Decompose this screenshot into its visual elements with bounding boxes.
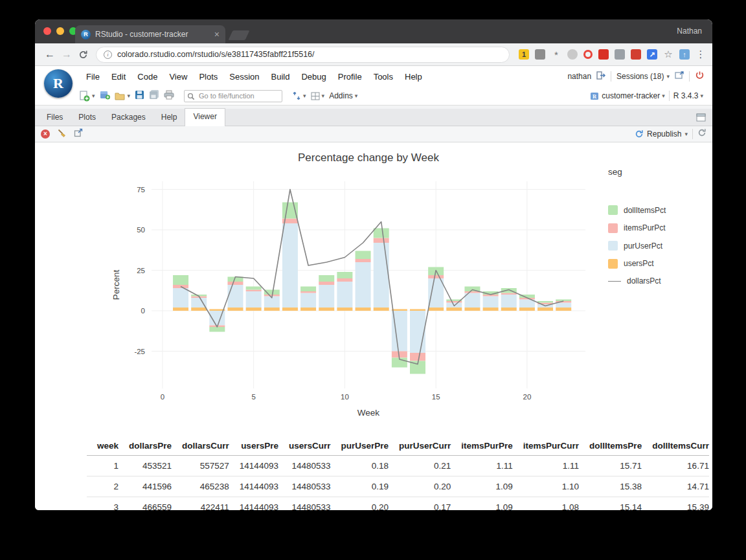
pane-tab-packages[interactable]: Packages	[104, 109, 153, 126]
address-bar[interactable]: i colorado.rstudio.com/rstudio/s/e381174…	[96, 47, 510, 63]
bar-segment-purUserPct	[356, 262, 371, 308]
x-tick-label: 0	[161, 393, 164, 401]
pane-tab-viewer[interactable]: Viewer	[185, 108, 225, 126]
data-table: weekdollarsPredollarsCurrusersPreusersCu…	[87, 436, 709, 510]
back-icon[interactable]: ←	[41, 49, 58, 60]
r-version-menu[interactable]: R 3.4.3 ▾	[673, 91, 703, 100]
minimize-window-button[interactable]	[56, 27, 64, 35]
viewer-toolbar: × Republish ▾	[35, 126, 712, 142]
menu-debug[interactable]: Debug	[295, 72, 332, 82]
addins-label: Addins	[329, 91, 353, 100]
new-tab-button[interactable]	[229, 30, 250, 40]
browser-profile-name[interactable]: Nathan	[677, 27, 702, 36]
menu-view[interactable]: View	[163, 72, 193, 82]
menu-code[interactable]: Code	[131, 72, 163, 82]
bar-segment-purUserPct	[337, 282, 352, 308]
sessions-menu[interactable]: Sessions (18) ▾	[616, 72, 670, 81]
url-text[interactable]: colorado.rstudio.com/rstudio/s/e38117435…	[117, 50, 315, 59]
tab-close-icon[interactable]: ×	[214, 30, 220, 39]
forward-icon[interactable]: →	[58, 49, 75, 60]
menu-profile[interactable]: Profile	[332, 72, 368, 82]
browser-menu-kebab-icon[interactable]: ⋮	[695, 49, 706, 60]
bar-segment-purUserPct	[556, 303, 571, 308]
panes-layout-button[interactable]: ▾	[311, 92, 325, 100]
close-window-button[interactable]	[43, 27, 51, 35]
project-label: customer-tracker	[602, 91, 660, 100]
chevron-down-icon: ▾	[355, 93, 358, 99]
chevron-down-icon: ▾	[684, 131, 688, 137]
table-cell: 0.21	[389, 456, 451, 476]
bookmark-star-icon[interactable]: ☆	[663, 49, 673, 60]
divider	[689, 71, 690, 82]
popout-viewer-icon[interactable]	[74, 128, 83, 140]
broom-clear-icon[interactable]	[57, 128, 67, 140]
chevron-down-icon: ▾	[303, 93, 306, 99]
legend-swatch-usersPct	[608, 259, 618, 269]
save-button[interactable]	[135, 90, 144, 102]
table-cell: 1.11	[513, 456, 579, 476]
maximize-pane-icon[interactable]	[696, 113, 706, 124]
ext-gray-box-icon[interactable]	[535, 49, 545, 60]
ext-gray-circle-icon[interactable]	[567, 49, 578, 60]
menu-build[interactable]: Build	[266, 72, 296, 82]
table-cell: 0.19	[330, 476, 389, 497]
pane-tab-help[interactable]: Help	[153, 109, 185, 126]
table-row: 346655942241114144093144805330.200.171.0…	[87, 497, 709, 511]
ext-red-tag-icon[interactable]	[631, 49, 641, 60]
page-info-icon[interactable]: i	[104, 50, 112, 59]
bar-segment-usersPct	[246, 308, 262, 311]
menubar-right: nathan Sessions (18) ▾	[567, 71, 712, 83]
bar-segment-usersPct	[173, 308, 188, 311]
x-tick-label: 5	[251, 393, 255, 401]
table-cell: 465238	[172, 476, 229, 497]
new-file-button[interactable]: ▾	[79, 91, 95, 102]
browser-tab[interactable]: R RStudio - customer-tracker ×	[75, 25, 225, 43]
addins-menu[interactable]: Addins ▾	[329, 91, 357, 100]
menu-help[interactable]: Help	[399, 72, 428, 82]
ext-blue-device-icon[interactable]: ↑	[679, 49, 690, 60]
bar-segment-dollItemsPct	[337, 272, 352, 278]
col-purUserCurr: purUserCurr	[389, 436, 451, 456]
legend-items: dollItemsPctitemsPurPctpurUserPctusersPc…	[608, 205, 666, 286]
table-cell: 0.17	[389, 497, 451, 511]
menu-session[interactable]: Session	[223, 72, 265, 82]
quit-session-power-icon[interactable]	[695, 71, 705, 83]
print-button[interactable]	[164, 90, 174, 102]
menu-file[interactable]: File	[80, 72, 106, 82]
ext-blue-arrow-icon[interactable]: ↗	[647, 49, 657, 60]
ext-asterisk-icon[interactable]: *	[551, 49, 561, 60]
goto-file-input[interactable]	[184, 90, 282, 102]
new-project-button[interactable]	[100, 89, 110, 102]
clear-viewer-icon[interactable]: ×	[41, 129, 50, 139]
republish-button[interactable]: Republish ▾	[635, 129, 688, 139]
bar-segment-dollItemsPct	[537, 301, 553, 303]
save-all-button[interactable]	[149, 89, 159, 102]
refresh-viewer-icon[interactable]	[697, 128, 706, 140]
toolbar-right: R customer-tracker ▾ R 3.4.3 ▾	[590, 91, 712, 101]
ext-gray-key-icon[interactable]	[615, 49, 625, 60]
reload-icon[interactable]	[75, 50, 92, 60]
table-row: 145352155752714144093144805330.180.211.1…	[87, 456, 709, 476]
open-file-button[interactable]: ▾	[115, 91, 131, 101]
go-to-directory-button[interactable]: ▾	[292, 91, 306, 100]
menu-edit[interactable]: Edit	[106, 72, 131, 82]
legend-item-purUserPct: purUserPct	[608, 241, 666, 251]
menu-tools[interactable]: Tools	[368, 72, 399, 82]
bar-segment-usersPct	[300, 308, 316, 311]
menu-plots[interactable]: Plots	[193, 72, 223, 82]
table-cell: 16.71	[642, 456, 709, 476]
sign-out-icon[interactable]	[596, 71, 605, 82]
goto-file-search	[184, 89, 282, 102]
pane-tab-files[interactable]: Files	[39, 109, 71, 126]
ext-red-square-icon[interactable]	[598, 49, 609, 60]
bar-segment-usersPct	[410, 309, 425, 311]
ext-yellow-1-icon[interactable]: 1	[519, 49, 529, 60]
pane-tab-plots[interactable]: Plots	[71, 109, 104, 126]
r-version-label: R 3.4.3	[673, 91, 699, 100]
project-menu[interactable]: R customer-tracker ▾	[590, 91, 665, 100]
user-name[interactable]: nathan	[567, 72, 591, 81]
new-session-icon[interactable]	[675, 71, 684, 82]
table-cell: 0.20	[330, 497, 389, 511]
ext-red-ring-icon[interactable]	[583, 50, 593, 59]
bar-segment-purUserPct	[319, 285, 334, 308]
